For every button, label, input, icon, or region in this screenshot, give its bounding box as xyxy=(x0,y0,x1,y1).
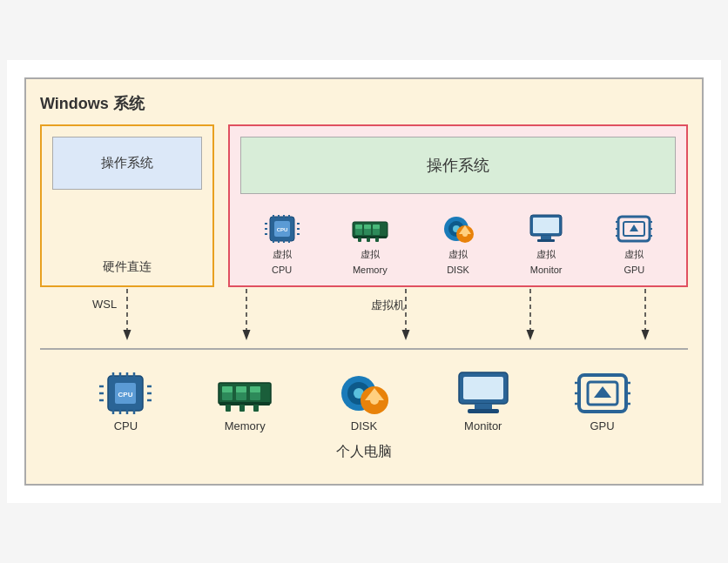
gpu-label: GPU xyxy=(590,419,614,432)
svg-rect-22 xyxy=(364,225,371,229)
virtual-monitor-item: 虚拟 Monitor xyxy=(527,213,565,275)
svg-rect-76 xyxy=(226,405,231,412)
disk-label: DISK xyxy=(351,419,377,432)
windows-label: Windows 系统 xyxy=(40,93,688,114)
virtual-disk-label: 虚拟 xyxy=(448,248,468,261)
svg-text:CPU: CPU xyxy=(118,391,133,399)
svg-text:CPU: CPU xyxy=(276,227,287,232)
virtual-memory-item: 虚拟 Memory xyxy=(351,213,389,275)
svg-marker-90 xyxy=(594,386,611,398)
svg-rect-85 xyxy=(463,377,503,399)
top-section: 操作系统 硬件直连 操作系统 xyxy=(40,124,688,287)
cpu-item: CPU CPU xyxy=(98,371,153,432)
svg-marker-39 xyxy=(630,225,638,231)
virtual-cpu-item: CPU 虚拟 CPU xyxy=(263,213,301,275)
virtual-cpu-icon: CPU xyxy=(263,213,301,245)
virtual-gpu-label: 虚拟 xyxy=(624,248,644,261)
monitor-icon xyxy=(455,371,511,416)
monitor-label: Monitor xyxy=(464,419,502,432)
cpu-icon: CPU xyxy=(98,371,153,416)
memory-item: Memory xyxy=(217,371,273,432)
wsl-box: 操作系统 硬件直连 xyxy=(40,124,214,287)
arrows-svg xyxy=(40,287,688,348)
virtual-memory-label2: Memory xyxy=(353,265,388,275)
svg-rect-26 xyxy=(367,238,370,242)
virtual-monitor-icon xyxy=(527,213,565,245)
virtual-monitor-label2: Monitor xyxy=(530,265,563,275)
wsl-label: WSL xyxy=(92,298,117,311)
vm-label: 虚拟机 xyxy=(371,298,405,313)
os-box-right: 操作系统 xyxy=(240,137,676,194)
svg-rect-78 xyxy=(253,405,259,412)
svg-rect-21 xyxy=(355,225,362,229)
memory-label: Memory xyxy=(225,419,266,432)
physical-section: CPU CPU xyxy=(40,348,688,470)
virtual-monitor-label: 虚拟 xyxy=(536,248,556,261)
virtual-gpu-item: 虚拟 GPU xyxy=(615,213,653,275)
svg-rect-25 xyxy=(358,238,361,242)
svg-rect-86 xyxy=(475,404,492,409)
hardware-row: CPU CPU xyxy=(49,364,679,432)
svg-rect-87 xyxy=(468,409,499,413)
virtual-gpu-icon xyxy=(615,213,653,245)
arrows-area: WSL 虚拟机 xyxy=(40,287,688,348)
vm-box: 操作系统 xyxy=(228,124,688,287)
svg-rect-72 xyxy=(222,386,233,392)
cpu-label: CPU xyxy=(114,419,138,432)
virtual-memory-label: 虚拟 xyxy=(361,248,380,261)
hardware-direct-label: 硬件直连 xyxy=(52,225,202,275)
svg-rect-35 xyxy=(541,236,551,239)
svg-rect-36 xyxy=(537,239,555,242)
virtual-disk-label2: DISK xyxy=(447,265,469,275)
svg-rect-77 xyxy=(239,405,245,412)
disk-item: DISK xyxy=(336,371,392,432)
virtual-hardware-row: CPU 虚拟 CPU xyxy=(230,204,686,285)
svg-rect-34 xyxy=(533,218,559,233)
diagram-wrapper: Windows 系统 操作系统 硬件直连 操作系统 xyxy=(7,60,721,503)
virtual-disk-icon xyxy=(439,213,477,245)
svg-rect-23 xyxy=(373,225,380,229)
monitor-item: Monitor xyxy=(455,371,511,432)
svg-rect-27 xyxy=(375,238,379,242)
svg-point-32 xyxy=(462,231,468,237)
svg-rect-73 xyxy=(236,386,246,392)
virtual-memory-icon xyxy=(351,213,389,245)
virtual-cpu-label: 虚拟 xyxy=(273,248,292,261)
svg-rect-74 xyxy=(250,386,260,392)
svg-point-83 xyxy=(370,396,379,405)
pc-label: 个人电脑 xyxy=(49,443,679,461)
memory-icon xyxy=(217,371,273,416)
virtual-cpu-label2: CPU xyxy=(272,265,292,275)
windows-system-box: Windows 系统 操作系统 硬件直连 操作系统 xyxy=(24,77,704,486)
virtual-disk-item: 虚拟 DISK xyxy=(439,213,477,275)
gpu-item: GPU xyxy=(575,371,630,432)
virtual-gpu-label2: GPU xyxy=(624,265,644,275)
os-box-left: 操作系统 xyxy=(52,137,202,190)
gpu-icon xyxy=(575,371,630,416)
disk-icon xyxy=(336,371,392,416)
